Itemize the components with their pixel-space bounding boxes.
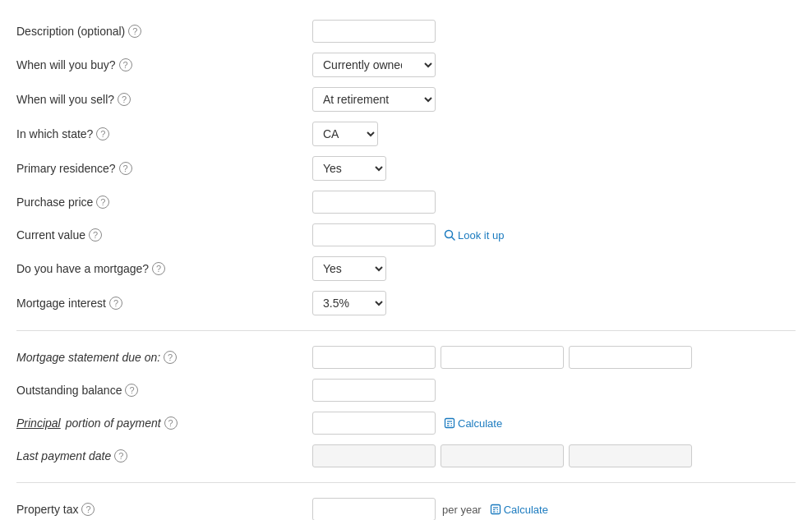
description-row: Description (optional) ? Current home [16,15,796,48]
when-sell-help-icon[interactable]: ? [118,93,131,106]
property-tax-label: Property tax ? [16,503,312,516]
property-tax-help-icon[interactable]: ? [81,503,95,516]
mortgage-label: Do you have a mortgage? ? [16,262,312,275]
svg-line-1 [452,237,455,241]
current-value-label: Current value ? [16,228,312,242]
primary-residence-label: Primary residence? ? [16,162,312,175]
when-sell-label: When will you sell? ? [16,93,312,106]
last-year-input[interactable]: 2051 [569,444,692,467]
mortgage-help-icon[interactable]: ? [152,262,165,275]
svg-rect-2 [445,419,454,428]
last-month-input[interactable]: 6 [312,444,436,467]
principal-help-icon[interactable]: ? [164,416,178,430]
primary-residence-help-icon[interactable]: ? [119,162,132,175]
last-payment-row: Last payment date ? 6 1 2051 [16,439,796,472]
description-input[interactable]: Current home [312,20,436,43]
outstanding-balance-input[interactable]: 675,000 [312,379,436,402]
current-value-help-icon[interactable]: ? [89,228,102,242]
mortgage-select[interactable]: Yes No [312,256,386,281]
purchase-price-row: Purchase price ? 800,000 [16,186,796,219]
last-payment-help-icon[interactable]: ? [114,449,127,462]
divider-2 [16,482,796,483]
current-value-row: Current value ? 850,000 Look it up [16,219,796,251]
property-tax-calculate-link[interactable]: Calculate [490,504,548,516]
purchase-price-input[interactable]: 800,000 [312,191,436,214]
when-buy-help-icon[interactable]: ? [119,58,132,71]
last-payment-date: 6 1 2051 [312,444,692,467]
mortgage-interest-label: Mortgage interest ? [16,297,312,310]
mortgage-row: Do you have a mortgage? ? Yes No [16,251,796,286]
mortgage-interest-select[interactable]: 3.5% 4.0% 4.5% 5.0% [312,291,386,315]
when-buy-row: When will you buy? ? Currently owned In … [16,48,796,82]
calculator-icon [444,417,455,429]
stmt-month-input[interactable]: 4 [312,346,436,369]
when-buy-select[interactable]: Currently owned In the future [312,53,436,77]
mortgage-statement-row: Mortgage statement due on: ? 4 1 2022 [16,341,796,374]
mortgage-statement-help-icon[interactable]: ? [164,351,177,364]
stmt-year-input[interactable]: 2022 [569,346,692,369]
primary-residence-row: Primary residence? ? Yes No [16,151,796,186]
last-payment-label: Last payment date ? [16,449,312,462]
when-buy-label: When will you buy? ? [16,58,312,71]
svg-rect-8 [491,505,500,514]
outstanding-balance-row: Outstanding balance ? 675,000 [16,374,796,407]
principal-calculate-link[interactable]: Calculate [444,417,502,430]
property-tax-unit: per year [442,504,482,516]
purchase-price-help-icon[interactable]: ? [96,196,109,209]
search-icon [444,229,455,241]
stmt-day-input[interactable]: 1 [441,346,564,369]
principal-label: Principal portion of payment ? [16,416,312,430]
current-value-input[interactable]: 850,000 [312,223,436,246]
when-sell-row: When will you sell? ? At retirement Befo… [16,82,796,117]
property-form: Description (optional) ? Current home Wh… [16,8,796,520]
look-it-up-link[interactable]: Look it up [444,229,504,242]
state-select[interactable]: CA NY TX FL [312,122,378,146]
mortgage-interest-help-icon[interactable]: ? [109,297,122,310]
description-help-icon[interactable]: ? [128,25,141,38]
last-day-input[interactable]: 1 [441,444,564,467]
description-label: Description (optional) ? [16,25,312,38]
mortgage-statement-label: Mortgage statement due on: ? [16,351,312,364]
principal-row: Principal portion of payment ? 1,100 Cal… [16,407,796,439]
when-sell-select[interactable]: At retirement Before retirement Never [312,87,436,112]
state-help-icon[interactable]: ? [96,127,109,140]
principal-input[interactable]: 1,100 [312,412,436,435]
primary-residence-select[interactable]: Yes No [312,156,386,181]
mortgage-interest-row: Mortgage interest ? 3.5% 4.0% 4.5% 5.0% [16,286,796,320]
state-label: In which state? ? [16,127,312,140]
outstanding-balance-label: Outstanding balance ? [16,384,312,397]
calculator-icon-2 [490,504,501,515]
mortgage-statement-date: 4 1 2022 [312,346,692,369]
outstanding-balance-help-icon[interactable]: ? [125,384,138,397]
divider-1 [16,330,796,331]
state-row: In which state? ? CA NY TX FL [16,117,796,151]
property-tax-row: Property tax ? 8,000 per year Calculate [16,493,796,520]
purchase-price-label: Purchase price ? [16,196,312,209]
property-tax-input[interactable]: 8,000 [312,498,436,520]
